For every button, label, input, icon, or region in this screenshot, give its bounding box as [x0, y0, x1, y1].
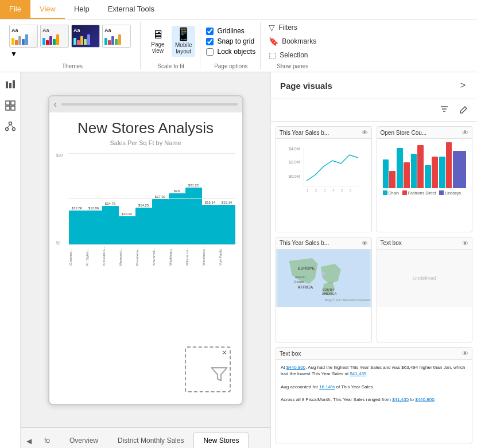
filters-pane-btn[interactable]: ▽ Filters [266, 22, 319, 33]
range-high-link[interactable]: $440,800 [415, 397, 434, 402]
theme-1[interactable]: Aa [9, 25, 38, 48]
svg-text:Atlantic: Atlantic [295, 275, 307, 279]
tab-view[interactable]: View [30, 0, 65, 19]
gridlines-checkbox[interactable] [206, 28, 214, 35]
lock-objects-checkbox[interactable] [206, 48, 214, 56]
mobile-layout-label: Mobilelayout [175, 42, 192, 54]
filter-close-btn[interactable]: ✕ [219, 348, 230, 358]
mobile-frame: ‹ New Stores Analysis Sales Per Sq Ft by… [48, 95, 243, 405]
visual-card-5-eye[interactable]: 👁 [462, 350, 468, 357]
svg-text:$4.0M: $4.0M [289, 147, 300, 151]
selection-label: Selection [280, 51, 308, 59]
tab-fo[interactable]: fo [34, 433, 60, 448]
svg-text:2: 2 [315, 189, 317, 192]
filter-widget[interactable]: ✕ [185, 346, 231, 392]
tab-help[interactable]: Help [65, 0, 99, 19]
theme-3[interactable]: Aa [71, 25, 100, 48]
selection-icon: ⬚ [269, 50, 276, 60]
bar-rect-2 [102, 206, 119, 245]
bar-col-2: $14.75 [102, 153, 119, 245]
gridlines-label: Gridlines [217, 27, 244, 35]
tab-file[interactable]: File [0, 0, 30, 19]
panel-filter-btn[interactable] [437, 103, 452, 118]
theme-dropdown-arrow[interactable]: ▼ [9, 50, 18, 58]
tab-new-stores[interactable]: New Stores [193, 433, 249, 448]
visual-card-5[interactable]: Text box 👁 At $440,800, Aug had the high… [276, 347, 472, 443]
visual-card-1-header: This Year Sales b... 👁 [276, 127, 371, 139]
svg-text:AMERICA: AMERICA [322, 292, 337, 295]
mobile-layout-btn[interactable]: 📱 Mobilelayout [172, 26, 195, 57]
tab-external-tools[interactable]: External Tools [99, 0, 164, 19]
bookmarks-pane-btn[interactable]: 🔖 Bookmarks [266, 36, 319, 47]
visual-card-3-eye[interactable]: 👁 [362, 240, 368, 247]
visual-card-5-header: Text box 👁 [276, 348, 472, 360]
bar-value-6: $20 [174, 189, 180, 193]
jan-link[interactable]: $41,435 [350, 371, 366, 376]
sidebar-model-icon[interactable] [2, 118, 18, 134]
visual-card-1[interactable]: This Year Sales b... 👁 $4.0M $2.0M $0.0M… [276, 126, 372, 232]
bar-label-2: Knoxville L... [102, 246, 119, 266]
visual-card-5-title: Text box [280, 350, 301, 357]
tab-overview[interactable]: Overview [60, 433, 108, 448]
bar-rect-8 [202, 205, 219, 245]
visual-card-2[interactable]: Open Store Cou... 👁 [377, 126, 473, 232]
sidebar-report-icon[interactable] [2, 77, 18, 93]
visual-card-3[interactable]: This Year Sales b... 👁 EUROPE Atlantic [276, 237, 372, 343]
panel-edit-btn[interactable] [456, 103, 471, 118]
y-axis: $20 $0 [56, 153, 63, 245]
text-content-p1: At $440,800, Aug had the highest This Ye… [281, 365, 465, 376]
svg-text:EUROPE: EUROPE [298, 266, 315, 270]
legend-fashions-color [402, 190, 407, 195]
bar-5b [446, 142, 452, 188]
bar-1b [389, 171, 395, 188]
page-view-btn[interactable]: 🖥 Pageview [146, 26, 169, 56]
selection-pane-btn[interactable]: ⬚ Selection [266, 49, 319, 61]
bar-rect-1 [86, 211, 102, 245]
scale-label: Scale to fit [157, 61, 184, 69]
mobile-content: New Stores Analysis Sales Per Sq Ft by N… [49, 112, 242, 275]
svg-text:Ocean: Ocean [294, 280, 304, 283]
visual-card-4-eye[interactable]: 👁 [462, 240, 468, 247]
bar-rect-5 [152, 199, 169, 245]
snap-to-grid-check[interactable]: Snap to grid [206, 37, 255, 45]
visual-card-5-body: At $440,800, Aug had the highest This Ye… [276, 360, 472, 407]
bar-col-7: $21.22 [185, 153, 202, 245]
panel-header: Page visuals > [271, 72, 477, 99]
lock-objects-check[interactable]: Lock objects [206, 48, 255, 56]
aug-link-1[interactable]: $440,800 [286, 365, 305, 370]
bookmarks-label: Bookmarks [282, 37, 316, 45]
x-label-feb: Feb [395, 196, 401, 196]
text-box-empty: Undefined [377, 250, 472, 307]
theme-2[interactable]: Aa [40, 25, 69, 48]
bar-group-5 [439, 142, 452, 188]
bar-chart-inner: $12.86$12.86$14.75$10.92$14.25$17.92$20$… [56, 153, 235, 245]
svg-text:Bing | © 2017 Microsoft Corpor: Bing | © 2017 Microsoft Corporation ©... [325, 298, 371, 302]
mobile-back-btn[interactable]: ‹ [54, 99, 57, 110]
bar-group-2 [397, 148, 410, 188]
bar-label-5: Sharonvill... [152, 246, 169, 266]
bar-value-7: $21.22 [188, 184, 199, 187]
mobile-top-bar: ‹ [49, 96, 242, 112]
bar-1a [383, 159, 389, 188]
sidebar-data-icon[interactable] [2, 98, 18, 114]
x-label-mar: Mar [409, 196, 414, 196]
mobile-top-line [61, 103, 238, 106]
theme-previews: Aa Aa [9, 25, 135, 58]
themes-label: Themes [62, 61, 83, 69]
bar-value-5: $17.92 [155, 195, 165, 198]
tab-district-monthly-sales[interactable]: District Monthly Sales [108, 433, 193, 448]
visual-card-2-eye[interactable]: 👁 [462, 129, 468, 136]
main-area: ‹ New Stores Analysis Sales Per Sq Ft by… [0, 72, 477, 448]
visual-card-4[interactable]: Text box 👁 Undefined [377, 237, 473, 343]
theme-4[interactable]: Aa [102, 25, 131, 48]
bar-group-4 [425, 157, 438, 188]
gridlines-check[interactable]: Gridlines [206, 27, 255, 35]
panel-collapse-btn[interactable]: > [458, 79, 468, 92]
svg-point-9 [12, 128, 15, 131]
snap-to-grid-checkbox[interactable] [206, 38, 214, 45]
range-low-link[interactable]: $41,435 [392, 397, 409, 402]
visual-card-3-body: EUROPE Atlantic Ocean AFRICA SOUTH AMERI… [276, 250, 371, 307]
tab-nav-prev[interactable]: ◀ [23, 434, 34, 448]
aug-pct-link[interactable]: 16.14% [319, 384, 335, 389]
visual-card-1-eye[interactable]: 👁 [362, 129, 368, 136]
